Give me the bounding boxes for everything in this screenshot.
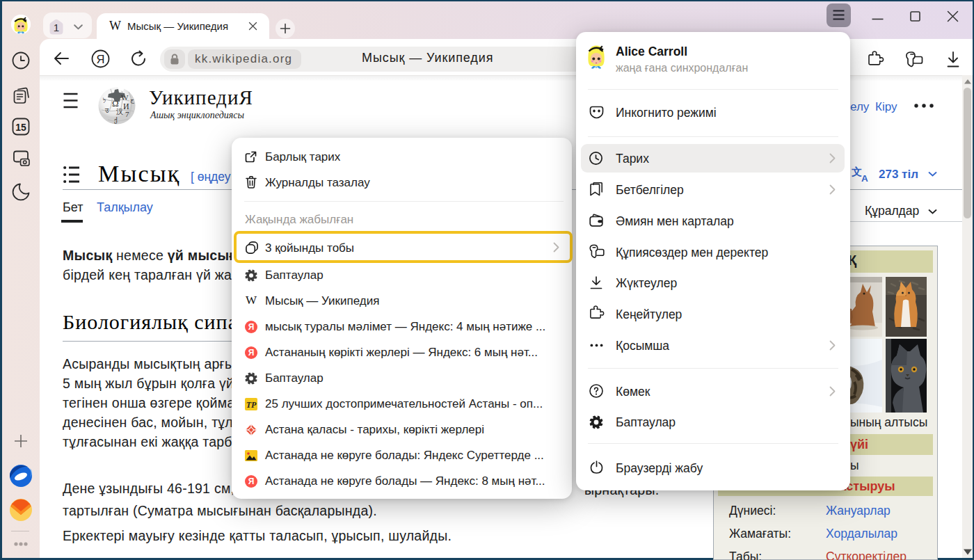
svg-text:1: 1 — [54, 22, 59, 33]
svg-text:Я: Я — [97, 53, 105, 65]
svg-text:ج: ج — [130, 97, 134, 104]
svg-text:Я: Я — [248, 322, 255, 332]
svg-text:Ω: Ω — [112, 98, 119, 109]
svg-text:ქ: ქ — [114, 117, 118, 124]
svg-text:W: W — [121, 93, 129, 102]
svg-text:15: 15 — [15, 122, 26, 133]
svg-text:Я: Я — [248, 477, 255, 486]
svg-text:TP: TP — [246, 400, 257, 410]
svg-text:उ: उ — [104, 107, 109, 114]
svg-text:ל: ל — [102, 97, 106, 104]
svg-text:汉: 汉 — [116, 108, 123, 115]
svg-text:7: 7 — [125, 110, 129, 118]
svg-text:A: A — [861, 173, 868, 183]
svg-text:文: 文 — [852, 166, 862, 177]
svg-text:Я: Я — [248, 348, 255, 358]
